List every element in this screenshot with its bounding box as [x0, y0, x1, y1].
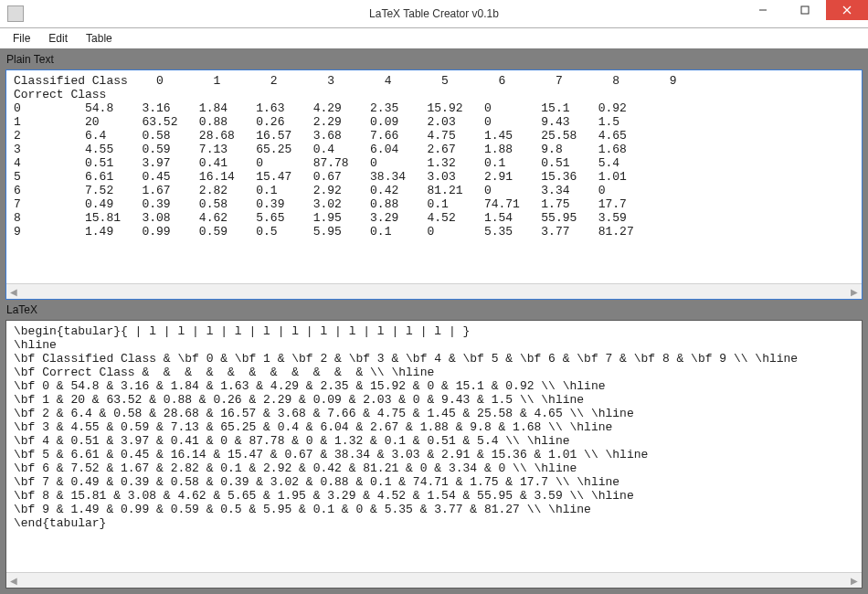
- app-icon: [7, 5, 24, 22]
- plaintext-label: Plain Text: [5, 53, 863, 66]
- maximize-button[interactable]: [784, 0, 826, 20]
- window-title: LaTeX Table Creator v0.1b: [0, 7, 868, 20]
- app-window: LaTeX Table Creator v0.1b File Edit Tabl…: [0, 0, 868, 594]
- menu-table[interactable]: Table: [77, 30, 122, 47]
- plaintext-pane: Classified Class 0 1 2 3 4 5 6 7 8 9 Cor…: [5, 69, 863, 300]
- close-icon: [842, 5, 852, 15]
- latex-pane: \begin{tabular}{ | l | l | l | l | l | l…: [5, 320, 863, 589]
- client-area: Plain Text Classified Class 0 1 2 3 4 5 …: [0, 49, 868, 594]
- close-button[interactable]: [826, 0, 868, 20]
- latex-textarea[interactable]: \begin{tabular}{ | l | l | l | l | l | l…: [6, 321, 862, 580]
- plaintext-textarea[interactable]: Classified Class 0 1 2 3 4 5 6 7 8 9 Cor…: [6, 70, 862, 292]
- latex-label: LaTeX: [5, 303, 863, 316]
- plaintext-hscrollbar[interactable]: ◀ ▶: [6, 283, 862, 299]
- scroll-right-icon[interactable]: ▶: [847, 284, 862, 299]
- menubar: File Edit Table: [0, 28, 868, 49]
- minimize-button[interactable]: [742, 0, 784, 20]
- scroll-right-icon[interactable]: ▶: [847, 573, 862, 588]
- menu-file[interactable]: File: [4, 30, 39, 47]
- latex-hscrollbar[interactable]: ◀ ▶: [6, 572, 862, 588]
- window-controls: [742, 0, 868, 20]
- svg-rect-1: [801, 6, 809, 14]
- minimize-icon: [758, 5, 767, 15]
- menu-edit[interactable]: Edit: [39, 30, 77, 47]
- scroll-left-icon[interactable]: ◀: [6, 284, 21, 299]
- scroll-left-icon[interactable]: ◀: [6, 573, 21, 588]
- titlebar[interactable]: LaTeX Table Creator v0.1b: [0, 0, 868, 28]
- maximize-icon: [800, 5, 810, 15]
